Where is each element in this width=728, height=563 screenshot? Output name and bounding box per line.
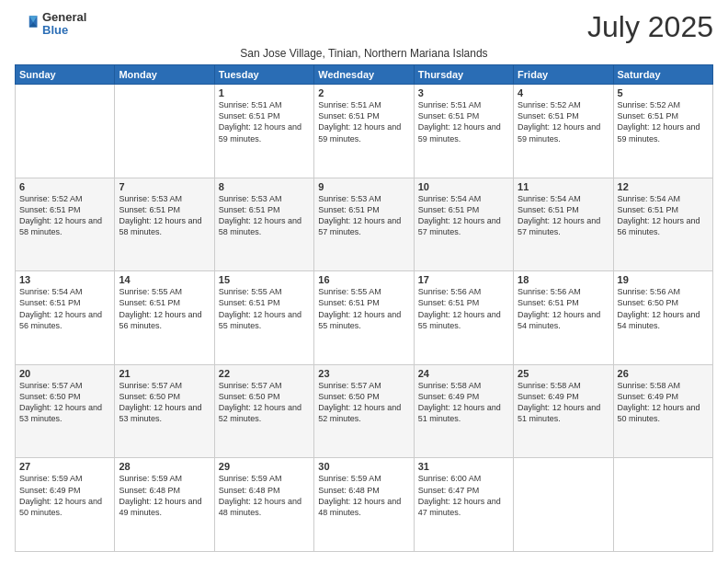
day-info: Sunrise: 5:52 AM Sunset: 6:51 PM Dayligh… bbox=[618, 99, 709, 144]
day-cell: 17Sunrise: 5:56 AM Sunset: 6:51 PM Dayli… bbox=[414, 271, 513, 365]
day-number: 1 bbox=[219, 87, 310, 98]
day-info: Sunrise: 5:52 AM Sunset: 6:51 PM Dayligh… bbox=[518, 99, 609, 144]
day-info: Sunrise: 5:53 AM Sunset: 6:51 PM Dayligh… bbox=[318, 193, 409, 238]
day-cell: 28Sunrise: 5:59 AM Sunset: 6:48 PM Dayli… bbox=[115, 458, 214, 552]
week-row-3: 20Sunrise: 5:57 AM Sunset: 6:50 PM Dayli… bbox=[16, 364, 713, 458]
day-number: 11 bbox=[518, 181, 609, 192]
day-number: 2 bbox=[318, 87, 409, 98]
day-cell: 19Sunrise: 5:56 AM Sunset: 6:50 PM Dayli… bbox=[613, 271, 712, 365]
day-number: 19 bbox=[618, 274, 709, 285]
day-cell: 29Sunrise: 5:59 AM Sunset: 6:48 PM Dayli… bbox=[214, 458, 313, 552]
day-info: Sunrise: 5:55 AM Sunset: 6:51 PM Dayligh… bbox=[119, 286, 210, 331]
day-cell bbox=[613, 458, 712, 552]
day-number: 18 bbox=[518, 274, 609, 285]
day-cell: 16Sunrise: 5:55 AM Sunset: 6:51 PM Dayli… bbox=[314, 271, 414, 365]
day-cell bbox=[514, 458, 613, 552]
day-info: Sunrise: 5:54 AM Sunset: 6:51 PM Dayligh… bbox=[518, 193, 609, 238]
day-cell: 3Sunrise: 5:51 AM Sunset: 6:51 PM Daylig… bbox=[414, 85, 513, 178]
day-info: Sunrise: 5:59 AM Sunset: 6:49 PM Dayligh… bbox=[19, 473, 110, 518]
day-number: 24 bbox=[418, 368, 509, 379]
day-info: Sunrise: 5:55 AM Sunset: 6:51 PM Dayligh… bbox=[318, 286, 409, 331]
day-number: 7 bbox=[119, 181, 210, 192]
day-cell: 9Sunrise: 5:53 AM Sunset: 6:51 PM Daylig… bbox=[314, 178, 414, 271]
logo-icon bbox=[15, 11, 40, 37]
day-info: Sunrise: 5:55 AM Sunset: 6:51 PM Dayligh… bbox=[219, 286, 310, 331]
day-number: 8 bbox=[219, 181, 310, 192]
day-number: 29 bbox=[219, 461, 310, 472]
header-sunday: Sunday bbox=[16, 65, 115, 85]
day-number: 21 bbox=[119, 368, 210, 379]
day-cell: 5Sunrise: 5:52 AM Sunset: 6:51 PM Daylig… bbox=[613, 85, 712, 178]
day-number: 16 bbox=[318, 274, 409, 285]
header-friday: Friday bbox=[514, 65, 613, 85]
week-row-0: 1Sunrise: 5:51 AM Sunset: 6:51 PM Daylig… bbox=[16, 85, 713, 178]
day-info: Sunrise: 5:53 AM Sunset: 6:51 PM Dayligh… bbox=[119, 193, 210, 238]
day-cell: 27Sunrise: 5:59 AM Sunset: 6:49 PM Dayli… bbox=[16, 458, 115, 552]
day-number: 5 bbox=[618, 87, 709, 98]
header-saturday: Saturday bbox=[613, 65, 712, 85]
day-cell: 2Sunrise: 5:51 AM Sunset: 6:51 PM Daylig… bbox=[314, 85, 414, 178]
day-number: 22 bbox=[219, 368, 310, 379]
day-number: 26 bbox=[618, 368, 709, 379]
day-cell bbox=[16, 85, 115, 178]
day-cell: 6Sunrise: 5:52 AM Sunset: 6:51 PM Daylig… bbox=[16, 178, 115, 271]
day-info: Sunrise: 5:51 AM Sunset: 6:51 PM Dayligh… bbox=[219, 99, 310, 144]
day-number: 15 bbox=[219, 274, 310, 285]
day-number: 4 bbox=[518, 87, 609, 98]
day-number: 14 bbox=[119, 274, 210, 285]
day-number: 6 bbox=[19, 181, 110, 192]
calendar-table: Sunday Monday Tuesday Wednesday Thursday… bbox=[15, 64, 713, 552]
day-number: 13 bbox=[19, 274, 110, 285]
month-title: July 2025 bbox=[587, 11, 713, 43]
day-cell: 15Sunrise: 5:55 AM Sunset: 6:51 PM Dayli… bbox=[214, 271, 313, 365]
day-info: Sunrise: 5:57 AM Sunset: 6:50 PM Dayligh… bbox=[19, 380, 110, 425]
day-number: 10 bbox=[418, 181, 509, 192]
day-cell: 26Sunrise: 5:58 AM Sunset: 6:49 PM Dayli… bbox=[613, 364, 712, 458]
day-cell: 31Sunrise: 6:00 AM Sunset: 6:47 PM Dayli… bbox=[414, 458, 513, 552]
day-cell: 12Sunrise: 5:54 AM Sunset: 6:51 PM Dayli… bbox=[613, 178, 712, 271]
header-thursday: Thursday bbox=[414, 65, 513, 85]
day-number: 17 bbox=[418, 274, 509, 285]
day-number: 30 bbox=[318, 461, 409, 472]
subtitle: San Jose Village, Tinian, Northern Maria… bbox=[15, 47, 713, 60]
day-number: 3 bbox=[418, 87, 509, 98]
week-row-1: 6Sunrise: 5:52 AM Sunset: 6:51 PM Daylig… bbox=[16, 178, 713, 271]
day-cell: 4Sunrise: 5:52 AM Sunset: 6:51 PM Daylig… bbox=[514, 85, 613, 178]
day-number: 31 bbox=[418, 461, 509, 472]
day-cell bbox=[115, 85, 214, 178]
header-tuesday: Tuesday bbox=[214, 65, 313, 85]
day-info: Sunrise: 5:56 AM Sunset: 6:51 PM Dayligh… bbox=[418, 286, 509, 331]
day-number: 12 bbox=[618, 181, 709, 192]
day-info: Sunrise: 5:56 AM Sunset: 6:50 PM Dayligh… bbox=[618, 286, 709, 331]
header-wednesday: Wednesday bbox=[314, 65, 414, 85]
day-number: 25 bbox=[518, 368, 609, 379]
day-cell: 7Sunrise: 5:53 AM Sunset: 6:51 PM Daylig… bbox=[115, 178, 214, 271]
header: General Blue July 2025 bbox=[15, 11, 713, 43]
day-cell: 21Sunrise: 5:57 AM Sunset: 6:50 PM Dayli… bbox=[115, 364, 214, 458]
day-cell: 14Sunrise: 5:55 AM Sunset: 6:51 PM Dayli… bbox=[115, 271, 214, 365]
day-info: Sunrise: 5:59 AM Sunset: 6:48 PM Dayligh… bbox=[119, 473, 210, 518]
day-info: Sunrise: 5:59 AM Sunset: 6:48 PM Dayligh… bbox=[318, 473, 409, 518]
logo-blue: Blue bbox=[42, 24, 86, 37]
day-cell: 30Sunrise: 5:59 AM Sunset: 6:48 PM Dayli… bbox=[314, 458, 414, 552]
day-cell: 22Sunrise: 5:57 AM Sunset: 6:50 PM Dayli… bbox=[214, 364, 313, 458]
day-cell: 13Sunrise: 5:54 AM Sunset: 6:51 PM Dayli… bbox=[16, 271, 115, 365]
day-info: Sunrise: 5:58 AM Sunset: 6:49 PM Dayligh… bbox=[618, 380, 709, 425]
day-info: Sunrise: 5:59 AM Sunset: 6:48 PM Dayligh… bbox=[219, 473, 310, 518]
logo: General Blue bbox=[15, 11, 86, 38]
day-number: 23 bbox=[318, 368, 409, 379]
day-cell: 25Sunrise: 5:58 AM Sunset: 6:49 PM Dayli… bbox=[514, 364, 613, 458]
day-info: Sunrise: 5:54 AM Sunset: 6:51 PM Dayligh… bbox=[418, 193, 509, 238]
day-cell: 10Sunrise: 5:54 AM Sunset: 6:51 PM Dayli… bbox=[414, 178, 513, 271]
header-monday: Monday bbox=[115, 65, 214, 85]
week-row-4: 27Sunrise: 5:59 AM Sunset: 6:49 PM Dayli… bbox=[16, 458, 713, 552]
day-cell: 8Sunrise: 5:53 AM Sunset: 6:51 PM Daylig… bbox=[214, 178, 313, 271]
day-info: Sunrise: 5:57 AM Sunset: 6:50 PM Dayligh… bbox=[119, 380, 210, 425]
day-info: Sunrise: 5:56 AM Sunset: 6:51 PM Dayligh… bbox=[518, 286, 609, 331]
day-number: 9 bbox=[318, 181, 409, 192]
day-cell: 23Sunrise: 5:57 AM Sunset: 6:50 PM Dayli… bbox=[314, 364, 414, 458]
day-number: 20 bbox=[19, 368, 110, 379]
day-info: Sunrise: 5:58 AM Sunset: 6:49 PM Dayligh… bbox=[418, 380, 509, 425]
day-info: Sunrise: 5:51 AM Sunset: 6:51 PM Dayligh… bbox=[418, 99, 509, 144]
day-info: Sunrise: 6:00 AM Sunset: 6:47 PM Dayligh… bbox=[418, 473, 509, 518]
